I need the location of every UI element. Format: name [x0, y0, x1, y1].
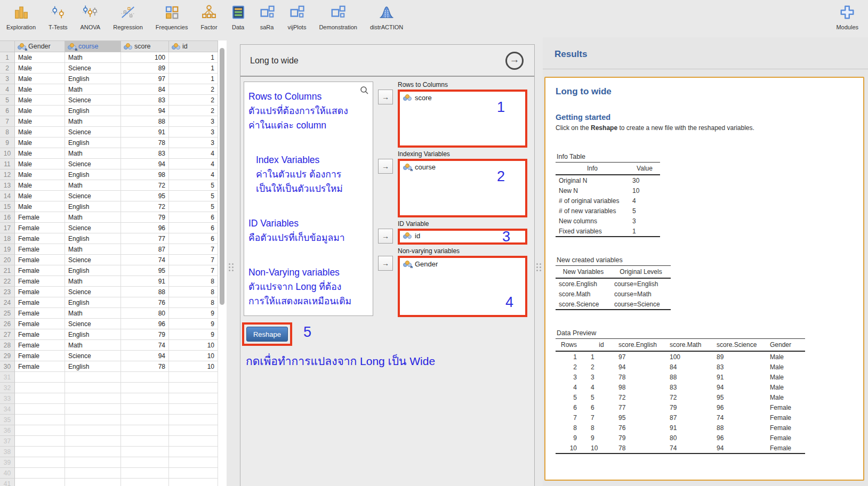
row-number[interactable]: 34	[0, 404, 15, 415]
cell-id[interactable]: 2	[169, 95, 218, 106]
empty-cell[interactable]	[15, 372, 65, 383]
cell-score[interactable]: 78	[121, 137, 169, 148]
cell-gender[interactable]: Female	[15, 233, 65, 244]
cell-gender[interactable]: Male	[15, 74, 65, 84]
cell-id[interactable]: 7	[169, 255, 218, 265]
cell-score[interactable]: 97	[121, 74, 169, 84]
empty-cell[interactable]	[121, 383, 169, 393]
cell-score[interactable]: 98	[121, 169, 169, 180]
row-number[interactable]: 38	[0, 447, 15, 457]
corner-header-cell[interactable]	[0, 40, 15, 52]
empty-cell[interactable]	[65, 425, 121, 436]
cell-gender[interactable]: Male	[15, 180, 65, 191]
row-number[interactable]: 18	[0, 233, 15, 244]
empty-cell[interactable]	[121, 479, 169, 486]
cell-id[interactable]: 8	[169, 297, 218, 308]
cell-course[interactable]: Science	[65, 255, 121, 265]
row-number[interactable]: 29	[0, 351, 15, 361]
empty-cell[interactable]	[65, 372, 121, 383]
cell-gender[interactable]: Male	[15, 106, 65, 116]
cell-course[interactable]: English	[65, 137, 121, 148]
empty-cell[interactable]	[169, 479, 218, 486]
empty-cell[interactable]	[15, 447, 65, 457]
empty-cell[interactable]	[15, 457, 65, 468]
empty-cell[interactable]	[15, 383, 65, 393]
cell-course[interactable]: Math	[65, 52, 121, 63]
cell-id[interactable]: 9	[169, 329, 218, 340]
cell-gender[interactable]: Male	[15, 201, 65, 212]
cell-id[interactable]: 10	[169, 361, 218, 372]
cell-gender[interactable]: Male	[15, 63, 65, 74]
cell-id[interactable]: 2	[169, 106, 218, 116]
row-number[interactable]: 39	[0, 457, 15, 468]
move-variable-button[interactable]	[378, 159, 393, 174]
assigned-variables-box[interactable]: Gender 4	[398, 256, 527, 317]
row-number[interactable]: 9	[0, 137, 15, 148]
row-number[interactable]: 32	[0, 383, 15, 393]
empty-cell[interactable]	[65, 447, 121, 457]
row-number[interactable]: 2	[0, 63, 15, 74]
cell-course[interactable]: English	[65, 169, 121, 180]
cell-gender[interactable]: Female	[15, 340, 65, 351]
available-variables-listbox[interactable]: Rows to Columns ตัวแปรที่ต้องการให้แสดง …	[244, 82, 373, 316]
empty-cell[interactable]	[65, 404, 121, 415]
cell-id[interactable]: 5	[169, 201, 218, 212]
cell-course[interactable]: Science	[65, 191, 121, 201]
row-number[interactable]: 41	[0, 479, 15, 486]
cell-gender[interactable]: Male	[15, 127, 65, 137]
cell-score[interactable]: 96	[121, 319, 169, 329]
empty-cell[interactable]	[65, 415, 121, 425]
cell-gender[interactable]: Female	[15, 276, 65, 287]
cell-gender[interactable]: Female	[15, 361, 65, 372]
cell-course[interactable]: Science	[65, 127, 121, 137]
cell-score[interactable]: 84	[121, 84, 169, 95]
row-number[interactable]: 22	[0, 276, 15, 287]
cell-id[interactable]: 1	[169, 52, 218, 63]
cell-id[interactable]: 4	[169, 148, 218, 159]
row-number[interactable]: 20	[0, 255, 15, 265]
row-number[interactable]: 33	[0, 393, 15, 404]
cell-gender[interactable]: Male	[15, 159, 65, 169]
empty-cell[interactable]	[121, 425, 169, 436]
cell-course[interactable]: Science	[65, 287, 121, 297]
cell-course[interactable]: Math	[65, 244, 121, 255]
cell-id[interactable]: 4	[169, 169, 218, 180]
cell-score[interactable]: 88	[121, 287, 169, 297]
empty-cell[interactable]	[169, 425, 218, 436]
cell-id[interactable]: 5	[169, 180, 218, 191]
empty-cell[interactable]	[121, 436, 169, 447]
empty-cell[interactable]	[15, 468, 65, 479]
results-output-box[interactable]: Long to wide Getting started Click on th…	[544, 77, 864, 481]
row-number[interactable]: 28	[0, 340, 15, 351]
assigned-variables-box[interactable]: score 1	[398, 90, 527, 148]
empty-cell[interactable]	[169, 447, 218, 457]
cell-score[interactable]: 88	[121, 116, 169, 127]
row-number[interactable]: 30	[0, 361, 15, 372]
cell-score[interactable]: 72	[121, 180, 169, 191]
toolbar-item-demonstration[interactable]: Demonstration	[319, 4, 357, 30]
row-number[interactable]: 5	[0, 95, 15, 106]
cell-id[interactable]: 2	[169, 84, 218, 95]
cell-course[interactable]: Math	[65, 308, 121, 319]
cell-gender[interactable]: Female	[15, 297, 65, 308]
cell-score[interactable]: 77	[121, 233, 169, 244]
cell-id[interactable]: 7	[169, 244, 218, 255]
toolbar-item-ttests[interactable]: T-Tests	[49, 4, 67, 30]
row-number[interactable]: 27	[0, 329, 15, 340]
cell-course[interactable]: Science	[65, 63, 121, 74]
row-number[interactable]: 23	[0, 287, 15, 297]
cell-gender[interactable]: Female	[15, 329, 65, 340]
cell-id[interactable]: 5	[169, 191, 218, 201]
cell-gender[interactable]: Male	[15, 52, 65, 63]
empty-cell[interactable]	[15, 404, 65, 415]
variable-item[interactable]: course	[400, 161, 525, 171]
empty-cell[interactable]	[121, 457, 169, 468]
cell-gender[interactable]: Female	[15, 287, 65, 297]
cell-id[interactable]: 8	[169, 287, 218, 297]
row-number[interactable]: 19	[0, 244, 15, 255]
toolbar-item-sara[interactable]: saRa	[259, 4, 275, 30]
cell-course[interactable]: Math	[65, 116, 121, 127]
row-number[interactable]: 36	[0, 425, 15, 436]
cell-id[interactable]: 9	[169, 308, 218, 319]
cell-course[interactable]: Math	[65, 340, 121, 351]
